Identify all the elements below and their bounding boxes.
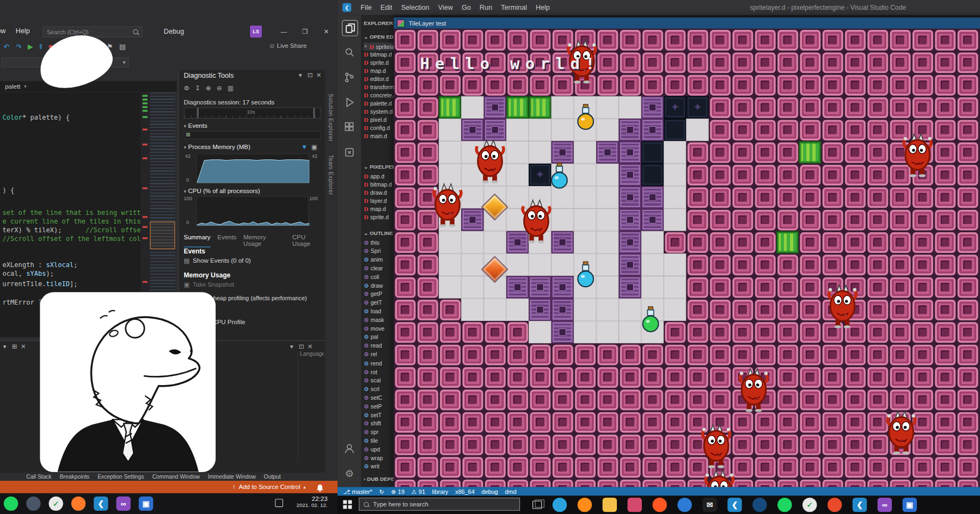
diagnostics-timeline[interactable]: 10s xyxy=(184,107,321,119)
window-app-icon[interactable]: ▣ xyxy=(903,498,917,512)
outline-item[interactable]: ⚙move xyxy=(364,325,394,333)
outline-item[interactable]: ⚙mask xyxy=(364,316,394,324)
avatar[interactable]: LS xyxy=(250,26,262,38)
add-to-source-control-button[interactable]: ↑ Add to Source Control ▴ xyxy=(232,484,305,491)
close-icon[interactable]: ✕ xyxy=(21,343,26,350)
outline-item[interactable]: ⚙rot xyxy=(364,368,394,376)
tortoise-check-icon[interactable]: ✓ xyxy=(49,497,63,511)
outline-item[interactable]: ⚙setT xyxy=(364,411,394,419)
outline-item[interactable]: ⚙scrl xyxy=(364,385,394,393)
outline-item[interactable]: ⚙tile xyxy=(364,437,394,445)
status-item-dmd[interactable]: dmd xyxy=(505,488,516,495)
pin-icon[interactable]: ⊡ xyxy=(308,72,313,79)
redo-icon[interactable]: ↷ xyxy=(16,42,22,50)
close-button[interactable]: ✕ xyxy=(317,25,335,38)
close-icon[interactable]: ✕ xyxy=(364,44,367,49)
folder-header[interactable]: ⌄ PIXELPERFECTENGINE xyxy=(364,164,394,170)
menu-item-help[interactable]: Help xyxy=(16,27,30,34)
firefox-icon[interactable] xyxy=(71,497,85,511)
outline-item[interactable]: ⚙spr xyxy=(364,428,394,436)
status-item-library[interactable]: library xyxy=(432,488,449,495)
menu-item-help[interactable]: Help xyxy=(531,4,554,11)
status-item-error[interactable]: ⊗19 xyxy=(391,488,405,495)
close-icon[interactable]: ✕ xyxy=(308,343,313,350)
minimap-viewport[interactable] xyxy=(150,222,175,250)
show-events-link[interactable]: ▤ Show Events (0 of 0) xyxy=(184,257,251,264)
menu-item-run[interactable]: Run xyxy=(475,4,497,11)
tab-team-explorer[interactable]: Team Explorer xyxy=(328,155,334,195)
bottom-tab-output[interactable]: Output xyxy=(264,474,281,480)
source-control-icon[interactable] xyxy=(342,70,357,85)
extensions-icon[interactable] xyxy=(342,120,357,135)
open-editor-item[interactable]: Dconcrete.d xyxy=(364,91,394,100)
thunderbird-icon[interactable] xyxy=(677,498,691,512)
status-item-branch[interactable]: ⎇master* xyxy=(343,488,372,495)
edge-icon[interactable] xyxy=(553,498,567,512)
menu-item-window[interactable]: Window xyxy=(0,27,5,34)
snapshot-camera-icon[interactable]: ▣ xyxy=(311,144,317,151)
vs-search-box[interactable]: Search (Ctrl+Q) xyxy=(42,26,143,38)
custom-extension-icon[interactable] xyxy=(342,145,357,160)
mail-icon[interactable]: ✉ xyxy=(702,498,716,512)
outline-item[interactable]: ⚙pal xyxy=(364,333,394,342)
windows-start-button[interactable] xyxy=(343,500,352,509)
zoom-in-icon[interactable]: ⊕ xyxy=(206,85,211,92)
menu-item-view[interactable]: View xyxy=(434,4,457,11)
status-item-debug[interactable]: debug xyxy=(481,488,498,495)
status-item-warning[interactable]: ⚠91 xyxy=(412,488,425,495)
firefox-red-icon[interactable] xyxy=(828,498,842,512)
file-item[interactable]: Dsprite.d xyxy=(364,213,394,221)
outline-item[interactable]: ⚙this xyxy=(364,239,394,247)
menu-item-file[interactable]: File xyxy=(356,4,376,11)
firefox-dev-icon[interactable] xyxy=(652,498,666,512)
taskbar-search-box[interactable]: Type here to search xyxy=(359,498,520,511)
vscode-2-icon[interactable]: ❮ xyxy=(853,498,867,512)
open-editor-item[interactable]: Dsprite.d xyxy=(364,59,394,67)
open-editor-item[interactable]: Deditor.d xyxy=(364,75,394,83)
pause-icon[interactable]: ‖ xyxy=(39,42,42,50)
take-snapshot-button[interactable]: ▣ Take Snapshot xyxy=(184,281,235,288)
undo-icon[interactable]: ↶ xyxy=(4,42,10,50)
diag-tab-memory-usage[interactable]: Memory Usage xyxy=(243,233,285,247)
outline-item[interactable]: ⚙anim xyxy=(364,256,394,264)
bottom-tab-breakpoints[interactable]: Breakpoints xyxy=(60,474,90,480)
tab-solution-explorer[interactable]: Solution Explorer xyxy=(328,94,334,141)
vscode-icon[interactable]: ❮ xyxy=(94,497,108,511)
outline-item[interactable]: ⚙wrap xyxy=(364,454,394,462)
minimize-button[interactable]: — xyxy=(275,25,292,38)
outline-item[interactable]: ⚙Spri xyxy=(364,247,394,255)
continue-icon[interactable]: ▶ xyxy=(28,42,33,50)
file-item[interactable]: Ddraw.d xyxy=(364,189,394,197)
outline-item[interactable]: ⚙load xyxy=(364,307,394,315)
bottom-tab-immediate-window[interactable]: Immediate Window xyxy=(208,474,256,480)
file-item[interactable]: Dlayer.d xyxy=(364,197,394,205)
menu-item-terminal[interactable]: Terminal xyxy=(497,4,531,11)
outline-item[interactable]: ⚙rend xyxy=(364,359,394,367)
outline-item[interactable]: ⚙shift xyxy=(364,419,394,428)
open-editor-item[interactable]: Dpalette.d xyxy=(364,100,394,108)
folder-icon[interactable] xyxy=(603,498,617,512)
account-icon[interactable] xyxy=(342,441,357,456)
cpu-section-header[interactable]: ▾CPU (% of all processors) xyxy=(184,187,260,194)
menu-item-go[interactable]: Go xyxy=(457,4,475,11)
dub-dependencies-header[interactable]: › DUB DEPENDENCIES xyxy=(364,476,394,482)
status-item-sync[interactable]: ↻ xyxy=(379,488,384,495)
file-item[interactable]: Dbitmap.d xyxy=(364,181,394,189)
outline-item[interactable]: ⚙upd xyxy=(364,445,394,454)
outline-item[interactable]: ⚙getT xyxy=(364,299,394,307)
app-icon[interactable] xyxy=(26,497,40,511)
live-share-button[interactable]: ☺ Live Share xyxy=(269,42,307,49)
explorer-icon[interactable] xyxy=(342,20,358,36)
maximize-button[interactable]: ❐ xyxy=(296,25,314,38)
spotify-icon[interactable] xyxy=(4,497,18,511)
photos-icon[interactable] xyxy=(628,498,642,512)
close-icon[interactable]: ✕ xyxy=(316,72,322,79)
filter-icon[interactable]: ▼ xyxy=(301,144,307,151)
open-editor-item[interactable]: Dsystem.d xyxy=(364,107,394,115)
outline-item[interactable]: ⚙writ xyxy=(364,462,394,470)
open-editor-item[interactable]: Dtransform.d xyxy=(364,83,394,91)
run-debug-icon[interactable] xyxy=(342,95,357,110)
open-editor-item[interactable]: Dmap.d xyxy=(364,67,394,75)
chevron-down-icon[interactable]: ▾ xyxy=(299,72,302,79)
list-icon[interactable]: ▤ xyxy=(119,42,126,50)
